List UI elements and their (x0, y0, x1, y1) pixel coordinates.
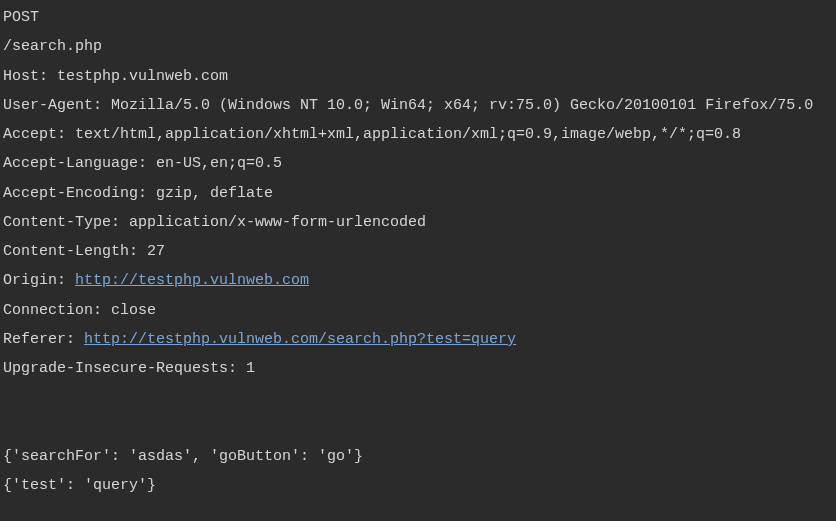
header-referer: Referer: http://testphp.vulnweb.com/sear… (3, 325, 833, 354)
http-path: /search.php (3, 32, 833, 61)
body-dict-1: {'searchFor': 'asdas', 'goButton': 'go'} (3, 442, 833, 471)
clen-value: 27 (147, 243, 165, 260)
header-accept-language: Accept-Language: en-US,en;q=0.5 (3, 149, 833, 178)
uir-label: Upgrade-Insecure-Requests: (3, 360, 246, 377)
header-origin: Origin: http://testphp.vulnweb.com (3, 266, 833, 295)
referer-link[interactable]: http://testphp.vulnweb.com/search.php?te… (84, 331, 516, 348)
header-host: Host: testphp.vulnweb.com (3, 62, 833, 91)
origin-link[interactable]: http://testphp.vulnweb.com (75, 272, 309, 289)
accept-label: Accept: (3, 126, 75, 143)
ref-label: Referer: (3, 331, 84, 348)
alang-label: Accept-Language: (3, 155, 156, 172)
accept-value: text/html,application/xhtml+xml,applicat… (75, 126, 741, 143)
ctype-label: Content-Type: (3, 214, 129, 231)
header-user-agent: User-Agent: Mozilla/5.0 (Windows NT 10.0… (3, 91, 833, 120)
clen-label: Content-Length: (3, 243, 147, 260)
header-accept-encoding: Accept-Encoding: gzip, deflate (3, 179, 833, 208)
conn-value: close (111, 302, 156, 319)
ctype-value: application/x-www-form-urlencoded (129, 214, 426, 231)
header-content-type: Content-Type: application/x-www-form-url… (3, 208, 833, 237)
ua-value: Mozilla/5.0 (Windows NT 10.0; Win64; x64… (111, 97, 813, 114)
host-value: testphp.vulnweb.com (57, 68, 228, 85)
conn-label: Connection: (3, 302, 111, 319)
body-dict-2: {'test': 'query'} (3, 471, 833, 500)
header-upgrade-insecure-requests: Upgrade-Insecure-Requests: 1 (3, 354, 833, 383)
header-content-length: Content-Length: 27 (3, 237, 833, 266)
ua-label: User-Agent: (3, 97, 111, 114)
header-connection: Connection: close (3, 296, 833, 325)
alang-value: en-US,en;q=0.5 (156, 155, 282, 172)
uir-value: 1 (246, 360, 255, 377)
header-accept: Accept: text/html,application/xhtml+xml,… (3, 120, 833, 149)
aenc-label: Accept-Encoding: (3, 185, 156, 202)
http-method: POST (3, 3, 833, 32)
aenc-value: gzip, deflate (156, 185, 273, 202)
origin-label: Origin: (3, 272, 75, 289)
host-label: Host: (3, 68, 57, 85)
